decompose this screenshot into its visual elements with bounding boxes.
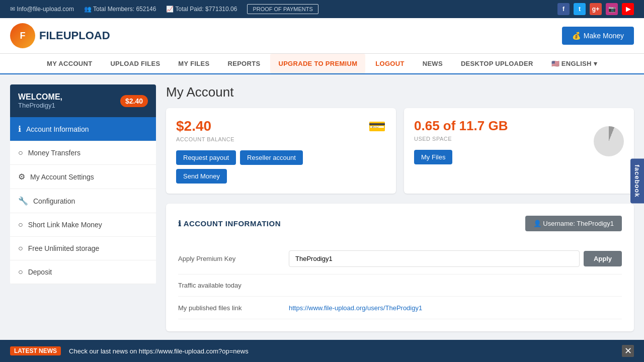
nav-reports[interactable]: REPORTS: [219, 54, 268, 73]
apply-button[interactable]: Apply: [584, 251, 622, 266]
sidebar-item-deposit[interactable]: ○ Deposit: [10, 260, 156, 284]
storage-label: USED SPACE: [414, 136, 508, 142]
user-badge-icon: 👤: [533, 220, 543, 227]
sidebar-item-free-storage[interactable]: ○ Free Unlimited storage: [10, 237, 156, 260]
premium-key-row: Apply Premium Key Apply: [178, 243, 622, 275]
username-badge: 👤 Username: TheProdigy1: [525, 216, 622, 231]
top-bar: ✉ Info@file-upload.com 👥 Total Members: …: [0, 0, 644, 18]
wallet-icon: 💳: [368, 118, 386, 135]
sidebar-item-short-link[interactable]: ○ Short Link Make Money: [10, 213, 156, 237]
proof-payments-button[interactable]: PROOF OF PAYMENTS: [247, 4, 318, 14]
my-files-button[interactable]: My Files: [414, 150, 452, 164]
traffic-row: Traffic available today: [178, 275, 622, 297]
settings-icon: ⚙: [18, 172, 25, 182]
reseller-account-button[interactable]: Reseller account: [240, 150, 303, 165]
balance-badge: $2.40: [120, 95, 148, 107]
sidebar-username: TheProdigy1: [18, 102, 62, 109]
instagram-icon[interactable]: 📷: [606, 3, 618, 15]
storage-pie-chart: [594, 126, 624, 156]
storage-card: 0.65 of 11.7 GB USED SPACE My Files: [404, 108, 634, 194]
sidebar-menu: ℹ Account Information ○ Money Transfers …: [10, 117, 156, 284]
sidebar-item-label: Money Transfers: [28, 149, 80, 157]
info-section-icon: ℹ: [178, 219, 184, 228]
logo-text: FILEUPLOAD: [39, 29, 110, 42]
request-payout-button[interactable]: Request payout: [176, 150, 236, 165]
traffic-label: Traffic available today: [178, 282, 279, 289]
top-bar-info: ✉ Info@file-upload.com 👥 Total Members: …: [10, 4, 318, 14]
send-money-button[interactable]: Send Money: [176, 169, 227, 184]
premium-key-input-row: Apply: [289, 250, 622, 267]
nav-my-account[interactable]: MY ACCOUNT: [39, 54, 100, 73]
balance-card-actions: Request payout Reseller account: [176, 150, 386, 165]
main-nav: MY ACCOUNT UPLOAD FILES MY FILES REPORTS…: [0, 54, 644, 74]
shortlink-icon: ○: [18, 220, 23, 229]
deposit-icon: ○: [18, 267, 23, 277]
page-wrapper: WELCOME, TheProdigy1 $2.40 ℹ Account Inf…: [0, 74, 644, 346]
sidebar-item-label: Deposit: [28, 268, 52, 276]
sidebar-item-label: Short Link Make Money: [28, 221, 102, 229]
section-title: ℹ ACCOUNT INFORMATION: [178, 219, 281, 228]
main-content: My Account $2.40 ACCOUNT BALANCE 💳 Reque…: [166, 84, 634, 336]
account-info-section: ℹ ACCOUNT INFORMATION 👤 Username: ThePro…: [166, 204, 634, 331]
nav-my-files[interactable]: MY FILES: [170, 54, 217, 73]
nav-desktop-uploader[interactable]: DESKTOP UPLOADER: [453, 54, 541, 73]
sidebar-item-configuration[interactable]: 🔧 Configuration: [10, 189, 156, 213]
info-icon: ℹ: [18, 124, 21, 134]
sidebar: WELCOME, TheProdigy1 $2.40 ℹ Account Inf…: [10, 84, 156, 336]
storage-amount: 0.65 of 11.7 GB: [414, 118, 508, 134]
sidebar-item-label: Free Unlimited storage: [28, 244, 100, 252]
facebook-icon[interactable]: f: [557, 3, 570, 15]
nav-upload-files[interactable]: UPLOAD FILES: [102, 54, 168, 73]
googleplus-icon[interactable]: g+: [590, 3, 602, 15]
storage-icon: ○: [18, 244, 23, 253]
nav-upgrade[interactable]: UPGRADE TO PREMIUM: [270, 54, 365, 73]
logo-icon: F: [10, 23, 35, 48]
balance-card: $2.40 ACCOUNT BALANCE 💳 Request payout R…: [166, 108, 396, 194]
news-bar: LATEST NEWS Check our last news on https…: [0, 340, 644, 346]
make-money-button[interactable]: 💰 Make Money: [562, 27, 634, 45]
nav-english[interactable]: 🇺🇸 ENGLISH ▾: [543, 54, 605, 73]
config-icon: 🔧: [18, 196, 28, 206]
facebook-tab[interactable]: facebook: [630, 158, 644, 203]
logo[interactable]: F FILEUPLOAD: [10, 23, 110, 48]
files-link-row: My published files link https://www.file…: [178, 297, 622, 319]
account-balance-label: ACCOUNT BALANCE: [176, 136, 234, 142]
paid: 📈 Total Paid: $771310.06: [166, 6, 237, 13]
sidebar-item-label: My Account Settings: [30, 173, 94, 181]
news-close-button[interactable]: ✕: [622, 345, 634, 346]
youtube-icon[interactable]: ▶: [622, 3, 634, 15]
section-header: ℹ ACCOUNT INFORMATION 👤 Username: ThePro…: [178, 216, 622, 231]
cards-row: $2.40 ACCOUNT BALANCE 💳 Request payout R…: [166, 108, 634, 194]
email: ✉ Info@file-upload.com: [10, 6, 74, 13]
files-link-anchor[interactable]: https://www.file-upload.org/users/ThePro…: [289, 304, 422, 312]
welcome-label: WELCOME,: [18, 93, 62, 102]
nav-news[interactable]: NEWS: [415, 54, 451, 73]
page-title: My Account: [166, 84, 634, 100]
sidebar-item-account-settings[interactable]: ⚙ My Account Settings: [10, 165, 156, 189]
sidebar-item-money-transfers[interactable]: ○ Money Transfers: [10, 141, 156, 165]
sidebar-welcome: WELCOME, TheProdigy1 $2.40: [10, 84, 156, 117]
sidebar-item-label: Configuration: [33, 197, 75, 205]
social-icons: f t g+ 📷 ▶: [557, 3, 634, 15]
nav-logout[interactable]: LOGOUT: [367, 54, 412, 73]
files-link-label: My published files link: [178, 304, 279, 312]
sidebar-item-account-info[interactable]: ℹ Account Information: [10, 117, 156, 141]
members: 👥 Total Members: 652146: [84, 6, 156, 13]
header: F FILEUPLOAD 💰 Make Money: [0, 18, 644, 54]
sidebar-item-label: Account Information: [26, 125, 89, 133]
twitter-icon[interactable]: t: [574, 3, 586, 15]
premium-key-input[interactable]: [289, 250, 580, 267]
premium-key-label: Apply Premium Key: [178, 255, 279, 262]
account-balance-amount: $2.40: [176, 118, 234, 134]
files-link-value: https://www.file-upload.org/users/ThePro…: [289, 304, 622, 312]
transfers-icon: ○: [18, 148, 23, 157]
